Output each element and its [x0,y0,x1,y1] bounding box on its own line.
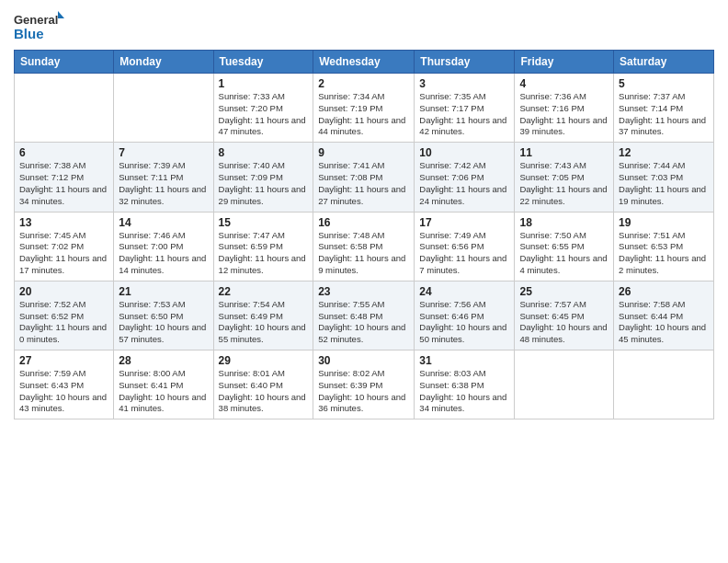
day-number: 22 [219,285,309,298]
day-number: 7 [119,146,208,159]
calendar-cell: 7Sunrise: 7:39 AM Sunset: 7:11 PM Daylig… [114,143,213,212]
day-number: 23 [318,285,409,298]
day-info: Sunrise: 8:02 AM Sunset: 6:39 PM Dayligh… [318,368,409,415]
day-number: 1 [219,77,309,90]
day-header-tuesday: Tuesday [213,51,313,74]
calendar-cell: 9Sunrise: 7:41 AM Sunset: 7:08 PM Daylig… [313,143,415,212]
day-number: 15 [219,216,309,229]
day-info: Sunrise: 7:45 AM Sunset: 7:02 PM Dayligh… [19,230,108,277]
day-info: Sunrise: 7:58 AM Sunset: 6:44 PM Dayligh… [619,299,709,346]
calendar-cell: 22Sunrise: 7:54 AM Sunset: 6:49 PM Dayli… [213,281,313,350]
calendar-cell: 28Sunrise: 8:00 AM Sunset: 6:41 PM Dayli… [114,350,213,419]
calendar-cell: 25Sunrise: 7:57 AM Sunset: 6:45 PM Dayli… [515,281,614,350]
day-info: Sunrise: 7:50 AM Sunset: 6:55 PM Dayligh… [519,230,609,277]
day-number: 9 [318,146,409,159]
day-number: 5 [619,77,709,90]
day-number: 24 [419,285,509,298]
day-info: Sunrise: 7:56 AM Sunset: 6:46 PM Dayligh… [419,299,509,346]
day-info: Sunrise: 7:44 AM Sunset: 7:03 PM Dayligh… [619,160,709,207]
calendar-cell: 5Sunrise: 7:37 AM Sunset: 7:14 PM Daylig… [614,74,714,143]
day-number: 27 [19,354,108,367]
calendar-week-row: 13Sunrise: 7:45 AM Sunset: 7:02 PM Dayli… [15,212,714,281]
day-header-friday: Friday [515,51,614,74]
day-info: Sunrise: 7:36 AM Sunset: 7:16 PM Dayligh… [519,91,609,138]
day-info: Sunrise: 7:42 AM Sunset: 7:06 PM Dayligh… [419,160,509,207]
calendar-cell: 31Sunrise: 8:03 AM Sunset: 6:38 PM Dayli… [415,350,515,419]
day-header-saturday: Saturday [614,51,714,74]
calendar-week-row: 27Sunrise: 7:59 AM Sunset: 6:43 PM Dayli… [15,350,714,419]
day-info: Sunrise: 7:33 AM Sunset: 7:20 PM Dayligh… [219,91,309,138]
calendar-cell: 23Sunrise: 7:55 AM Sunset: 6:48 PM Dayli… [313,281,415,350]
day-info: Sunrise: 7:35 AM Sunset: 7:17 PM Dayligh… [419,91,509,138]
calendar-cell: 10Sunrise: 7:42 AM Sunset: 7:06 PM Dayli… [415,143,515,212]
calendar-cell: 19Sunrise: 7:51 AM Sunset: 6:53 PM Dayli… [614,212,714,281]
calendar-cell: 26Sunrise: 7:58 AM Sunset: 6:44 PM Dayli… [614,281,714,350]
calendar-cell: 16Sunrise: 7:48 AM Sunset: 6:58 PM Dayli… [313,212,415,281]
calendar-cell: 21Sunrise: 7:53 AM Sunset: 6:50 PM Dayli… [114,281,213,350]
day-number: 26 [619,285,709,298]
calendar-cell: 12Sunrise: 7:44 AM Sunset: 7:03 PM Dayli… [614,143,714,212]
day-info: Sunrise: 7:57 AM Sunset: 6:45 PM Dayligh… [519,299,609,346]
calendar-cell: 24Sunrise: 7:56 AM Sunset: 6:46 PM Dayli… [415,281,515,350]
day-info: Sunrise: 7:59 AM Sunset: 6:43 PM Dayligh… [19,368,108,415]
calendar-cell: 1Sunrise: 7:33 AM Sunset: 7:20 PM Daylig… [213,74,313,143]
day-info: Sunrise: 7:38 AM Sunset: 7:12 PM Dayligh… [19,160,108,207]
logo-svg: General Blue [14,9,64,44]
calendar-cell [515,350,614,419]
logo: General Blue [14,9,64,44]
day-info: Sunrise: 7:39 AM Sunset: 7:11 PM Dayligh… [119,160,208,207]
day-number: 25 [519,285,609,298]
day-info: Sunrise: 7:37 AM Sunset: 7:14 PM Dayligh… [619,91,709,138]
day-number: 4 [519,77,609,90]
calendar-week-row: 1Sunrise: 7:33 AM Sunset: 7:20 PM Daylig… [15,74,714,143]
svg-text:General: General [14,13,58,27]
calendar-cell [114,74,213,143]
day-info: Sunrise: 7:46 AM Sunset: 7:00 PM Dayligh… [119,230,208,277]
day-number: 19 [619,216,709,229]
day-header-thursday: Thursday [415,51,515,74]
calendar-cell: 11Sunrise: 7:43 AM Sunset: 7:05 PM Dayli… [515,143,614,212]
day-number: 18 [519,216,609,229]
svg-text:Blue: Blue [14,26,44,41]
day-number: 8 [219,146,309,159]
day-info: Sunrise: 7:55 AM Sunset: 6:48 PM Dayligh… [318,299,409,346]
calendar-cell: 14Sunrise: 7:46 AM Sunset: 7:00 PM Dayli… [114,212,213,281]
day-info: Sunrise: 8:01 AM Sunset: 6:40 PM Dayligh… [219,368,309,415]
calendar-cell: 29Sunrise: 8:01 AM Sunset: 6:40 PM Dayli… [213,350,313,419]
day-number: 31 [419,354,509,367]
day-info: Sunrise: 7:34 AM Sunset: 7:19 PM Dayligh… [318,91,409,138]
calendar-week-row: 20Sunrise: 7:52 AM Sunset: 6:52 PM Dayli… [15,281,714,350]
calendar-table: SundayMondayTuesdayWednesdayThursdayFrid… [14,50,714,419]
day-number: 30 [318,354,409,367]
day-header-sunday: Sunday [15,51,114,74]
day-number: 11 [519,146,609,159]
day-header-wednesday: Wednesday [313,51,415,74]
day-number: 16 [318,216,409,229]
header: General Blue [14,9,714,44]
day-number: 3 [419,77,509,90]
day-header-monday: Monday [114,51,213,74]
day-info: Sunrise: 7:54 AM Sunset: 6:49 PM Dayligh… [219,299,309,346]
calendar-cell: 15Sunrise: 7:47 AM Sunset: 6:59 PM Dayli… [213,212,313,281]
calendar-cell: 4Sunrise: 7:36 AM Sunset: 7:16 PM Daylig… [515,74,614,143]
calendar-cell [614,350,714,419]
calendar-cell [15,74,114,143]
day-info: Sunrise: 7:40 AM Sunset: 7:09 PM Dayligh… [219,160,309,207]
day-info: Sunrise: 8:00 AM Sunset: 6:41 PM Dayligh… [119,368,208,415]
svg-marker-1 [58,11,64,18]
day-number: 28 [119,354,208,367]
day-number: 12 [619,146,709,159]
calendar-week-row: 6Sunrise: 7:38 AM Sunset: 7:12 PM Daylig… [15,143,714,212]
calendar-cell: 30Sunrise: 8:02 AM Sunset: 6:39 PM Dayli… [313,350,415,419]
day-number: 29 [219,354,309,367]
calendar-cell: 18Sunrise: 7:50 AM Sunset: 6:55 PM Dayli… [515,212,614,281]
calendar-cell: 20Sunrise: 7:52 AM Sunset: 6:52 PM Dayli… [15,281,114,350]
day-info: Sunrise: 8:03 AM Sunset: 6:38 PM Dayligh… [419,368,509,415]
day-number: 17 [419,216,509,229]
page: General Blue SundayMondayTuesdayWednesda… [0,0,728,563]
day-info: Sunrise: 7:53 AM Sunset: 6:50 PM Dayligh… [119,299,208,346]
calendar-cell: 3Sunrise: 7:35 AM Sunset: 7:17 PM Daylig… [415,74,515,143]
calendar-cell: 17Sunrise: 7:49 AM Sunset: 6:56 PM Dayli… [415,212,515,281]
calendar-cell: 27Sunrise: 7:59 AM Sunset: 6:43 PM Dayli… [15,350,114,419]
day-info: Sunrise: 7:47 AM Sunset: 6:59 PM Dayligh… [219,230,309,277]
